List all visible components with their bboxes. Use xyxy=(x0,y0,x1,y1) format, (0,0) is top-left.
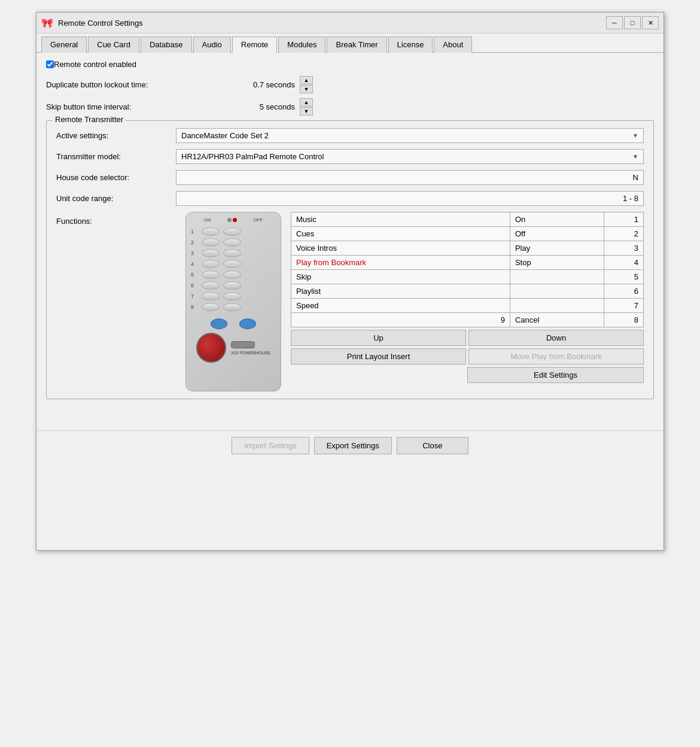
func-left-6[interactable]: Playlist xyxy=(291,284,510,299)
app-icon: 🎀 xyxy=(41,17,53,29)
func-left-1[interactable]: Music xyxy=(291,212,510,227)
title-bar: 🎀 Remote Control Settings ─ □ ✕ xyxy=(36,13,664,34)
skip-interval-value: 5 seconds ▲ ▼ xyxy=(226,98,313,116)
func-left-2[interactable]: Cues xyxy=(291,227,510,241)
func-row-1: Music On 1 xyxy=(291,212,644,227)
tab-license[interactable]: License xyxy=(388,37,433,53)
func-row-7: Speed 7 xyxy=(291,299,644,313)
house-code-value: N xyxy=(633,173,638,182)
func-right-label-5[interactable] xyxy=(510,270,604,284)
func-right-num-5: 5 xyxy=(604,270,643,284)
remote-enabled-row: Remote control enabled xyxy=(46,60,654,69)
duplicate-lockout-value: 0.7 seconds ▲ ▼ xyxy=(226,76,313,93)
func-left-7[interactable]: Speed xyxy=(291,299,510,313)
active-settings-dropdown[interactable]: DanceMaster Code Set 2 ▼ xyxy=(176,128,644,143)
tab-general[interactable]: General xyxy=(41,37,87,53)
func-left-3[interactable]: Voice Intros xyxy=(291,241,510,256)
house-code-row: House code selector: N xyxy=(56,170,644,185)
func-row-6: Playlist 6 xyxy=(291,284,644,299)
close-dialog-button[interactable]: Close xyxy=(397,437,468,454)
transmitter-model-dropdown[interactable]: HR12A/PHR03 PalmPad Remote Control ▼ xyxy=(176,149,644,164)
skip-interval-down[interactable]: ▼ xyxy=(300,107,313,116)
tab-about[interactable]: About xyxy=(434,37,472,53)
remote-enabled-checkbox[interactable] xyxy=(46,60,54,68)
minimize-button[interactable]: ─ xyxy=(606,16,623,29)
func-right-label-6[interactable] xyxy=(510,284,604,299)
duplicate-lockout-row: Duplicate button lockout time: 0.7 secon… xyxy=(46,76,654,93)
house-code-input[interactable]: N xyxy=(176,170,644,185)
func-row-8: 9 Cancel 8 xyxy=(291,313,644,327)
transmitter-model-value: HR12A/PHR03 PalmPad Remote Control xyxy=(181,152,324,161)
functions-section: Functions: ON OFF 1 2 3 4 5 xyxy=(56,212,644,391)
tab-breaktimer[interactable]: Break Timer xyxy=(327,37,386,53)
remote-blue-btn-right xyxy=(239,318,256,329)
bottom-bar: Import Settings Export Settings Close xyxy=(36,430,664,460)
functions-table: Music On 1 Cues Off 2 Voice Intros xyxy=(291,212,644,327)
func-right-label-8[interactable]: Cancel xyxy=(510,313,604,327)
func-right-num-3: 3 xyxy=(604,241,643,256)
unit-code-control: 1 - 8 xyxy=(176,191,644,206)
down-button[interactable]: Down xyxy=(468,330,644,346)
maximize-button[interactable]: □ xyxy=(624,16,641,29)
func-right-num-4: 4 xyxy=(604,256,643,270)
remote-device-image: ON OFF 1 2 3 4 5 6 7 8 xyxy=(185,212,281,391)
remote-blue-btn-left xyxy=(211,318,227,329)
active-settings-row: Active settings: DanceMaster Code Set 2 … xyxy=(56,128,644,143)
export-settings-button[interactable]: Export Settings xyxy=(314,437,392,454)
import-settings-button[interactable]: Import Settings xyxy=(232,437,309,454)
skip-interval-spinner: ▲ ▼ xyxy=(300,98,313,116)
house-code-label: House code selector: xyxy=(56,173,176,182)
move-play-button[interactable]: Move Play from Bookmark xyxy=(468,348,644,365)
remote-transmitter-group: Remote Transmitter Active settings: Danc… xyxy=(46,120,654,399)
func-row-3: Voice Intros Play 3 xyxy=(291,241,644,256)
func-left-5[interactable]: Skip xyxy=(291,270,510,284)
up-button[interactable]: Up xyxy=(291,330,466,346)
duplicate-lockout-up[interactable]: ▲ xyxy=(300,76,313,84)
func-right-label-1[interactable]: On xyxy=(510,212,604,227)
func-right-label-2[interactable]: Off xyxy=(510,227,604,241)
remote-bottom: X10 POWERHOUSE xyxy=(186,314,281,368)
functions-label: Functions: xyxy=(56,212,176,226)
tab-audio[interactable]: Audio xyxy=(193,37,231,53)
func-left-4[interactable]: Play from Bookmark xyxy=(291,256,510,270)
func-right-label-7[interactable] xyxy=(510,299,604,313)
func-right-num-7: 7 xyxy=(604,299,643,313)
window-title: Remote Control Settings xyxy=(58,19,601,28)
func-row-5: Skip 5 xyxy=(291,270,644,284)
func-right-label-4[interactable]: Stop xyxy=(510,256,604,270)
functions-grid: Music On 1 Cues Off 2 Voice Intros xyxy=(291,212,644,383)
duplicate-lockout-text: 0.7 seconds xyxy=(226,80,297,89)
tab-cuecard[interactable]: Cue Card xyxy=(88,37,139,53)
unit-code-label: Unit code range: xyxy=(56,194,176,203)
duplicate-lockout-down[interactable]: ▼ xyxy=(300,85,313,93)
tab-modules[interactable]: Modules xyxy=(278,37,325,53)
dropdown-arrow2-icon: ▼ xyxy=(632,153,638,160)
tab-remote[interactable]: Remote xyxy=(232,37,278,53)
transmitter-model-label: Transmitter model: xyxy=(56,152,176,161)
dropdown-arrow-icon: ▼ xyxy=(632,132,638,139)
group-title: Remote Transmitter xyxy=(53,115,126,124)
on-label: ON xyxy=(204,217,211,223)
print-move-buttons: Print Layout Insert Move Play from Bookm… xyxy=(291,348,644,365)
unit-code-value: 1 - 8 xyxy=(623,194,638,203)
print-layout-button[interactable]: Print Layout Insert xyxy=(291,348,466,365)
remote-enabled-label: Remote control enabled xyxy=(54,60,136,69)
func-row-2: Cues Off 2 xyxy=(291,227,644,241)
transmitter-model-control: HR12A/PHR03 PalmPad Remote Control ▼ xyxy=(176,149,644,164)
func-right-label-3[interactable]: Play xyxy=(510,241,604,256)
active-settings-label: Active settings: xyxy=(56,131,176,140)
skip-interval-text: 5 seconds xyxy=(226,102,297,111)
duplicate-lockout-label: Duplicate button lockout time: xyxy=(46,80,226,89)
tab-database[interactable]: Database xyxy=(141,37,192,53)
func-right-num-8: 8 xyxy=(604,313,643,327)
window-controls: ─ □ ✕ xyxy=(606,16,659,29)
func-row-4: Play from Bookmark Stop 4 xyxy=(291,256,644,270)
edit-settings-button[interactable]: Edit Settings xyxy=(467,367,644,383)
up-down-buttons: Up Down xyxy=(291,330,644,346)
edit-settings-row: Edit Settings xyxy=(291,367,644,383)
func-left-8[interactable]: 9 xyxy=(291,313,510,327)
close-button[interactable]: ✕ xyxy=(642,16,659,29)
house-code-control: N xyxy=(176,170,644,185)
func-right-num-2: 2 xyxy=(604,227,643,241)
skip-interval-up[interactable]: ▲ xyxy=(300,98,313,107)
